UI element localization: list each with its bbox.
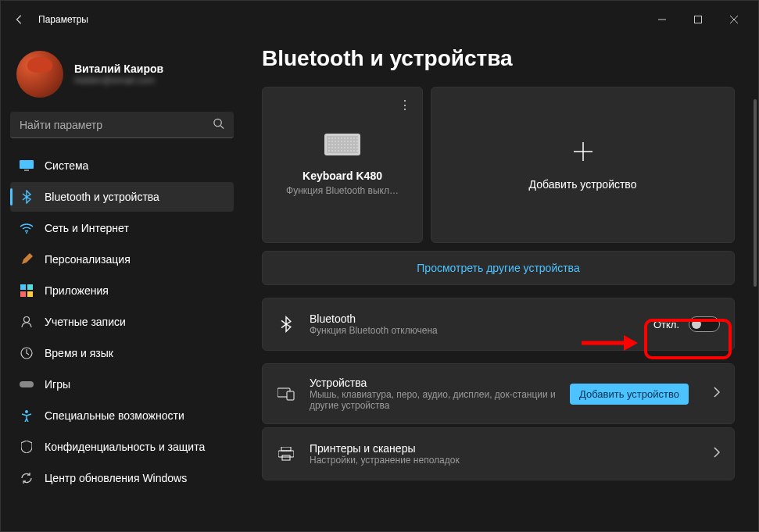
page-title: Bluetooth и устройства (262, 46, 735, 71)
nav-label: Центр обновления Windows (45, 472, 187, 484)
device-card-keyboard[interactable]: ⋮ Keyboard K480 Функция Bluetooth выкл… (262, 87, 423, 243)
bluetooth-icon (20, 190, 34, 204)
search-input[interactable] (10, 112, 234, 138)
gamepad-icon (20, 377, 34, 391)
nav-update[interactable]: Центр обновления Windows (10, 463, 234, 493)
svg-rect-16 (278, 451, 294, 457)
nav-gaming[interactable]: Игры (10, 370, 234, 399)
profile-block[interactable]: Виталий Каиров hidden@email.com (10, 45, 234, 112)
sidebar: Виталий Каиров hidden@email.com Система … (1, 38, 243, 531)
svg-point-9 (24, 317, 30, 323)
update-icon (20, 471, 34, 485)
wifi-icon (20, 221, 34, 235)
svg-rect-6 (27, 284, 33, 290)
chevron-right-icon (714, 387, 720, 401)
view-more-devices-link[interactable]: Просмотреть другие устройства (262, 251, 735, 285)
nav-personalization[interactable]: Персонализация (10, 245, 234, 274)
avatar (16, 51, 63, 98)
svg-rect-14 (287, 391, 294, 400)
svg-rect-7 (20, 291, 26, 297)
shield-icon (20, 440, 34, 454)
add-device-card[interactable]: Добавить устройство (431, 87, 735, 243)
row-title: Устройства (310, 377, 556, 389)
profile-name: Виталий Каиров (74, 62, 163, 75)
nav-label: Учетные записи (45, 316, 126, 328)
add-device-label: Добавить устройство (529, 178, 637, 191)
accessibility-icon (20, 409, 34, 423)
nav-label: Время и язык (45, 347, 113, 359)
arrow-left-icon (14, 14, 25, 25)
svg-rect-3 (24, 170, 29, 171)
back-button[interactable] (7, 7, 32, 32)
nav-label: Система (45, 159, 88, 172)
maximize-button[interactable] (680, 7, 716, 32)
nav-label: Сеть и Интернет (45, 222, 129, 234)
monitor-icon (20, 159, 34, 173)
device-card-subtitle: Функция Bluetooth выкл… (286, 185, 399, 196)
nav-system[interactable]: Система (10, 151, 234, 180)
close-icon (730, 16, 738, 23)
nav-privacy[interactable]: Конфиденциальность и защита (10, 432, 234, 462)
row-devices[interactable]: Устройства Мышь, клавиатура, перо, аудио… (262, 363, 735, 424)
nav-label: Специальные возможности (45, 409, 184, 422)
devices-icon (277, 387, 295, 401)
view-more-label: Просмотреть другие устройства (417, 262, 579, 274)
svg-point-1 (214, 119, 221, 126)
device-card-title: Keyboard K480 (303, 170, 382, 182)
nav-time[interactable]: Время и язык (10, 338, 234, 368)
window-title: Параметры (38, 14, 88, 25)
nav-accessibility[interactable]: Специальные возможности (10, 401, 234, 430)
nav-bluetooth[interactable]: Bluetooth и устройства (10, 182, 234, 212)
row-title: Bluetooth (310, 312, 639, 325)
scrollbar-thumb[interactable] (754, 99, 757, 287)
maximize-icon (694, 16, 702, 23)
titlebar: Параметры (1, 1, 758, 38)
row-bluetooth: Bluetooth Функция Bluetooth отключена От… (262, 298, 735, 351)
svg-rect-0 (695, 16, 702, 23)
plus-icon (571, 139, 596, 167)
nav-accounts[interactable]: Учетные записи (10, 307, 234, 337)
minimize-button[interactable] (644, 7, 680, 32)
nav: Система Bluetooth и устройства Сеть и Ин… (10, 151, 234, 493)
nav-network[interactable]: Сеть и Интернет (10, 213, 234, 243)
profile-email: hidden@email.com (74, 75, 163, 86)
row-title: Принтеры и сканеры (310, 442, 700, 455)
keyboard-icon (324, 134, 360, 155)
minimize-icon (658, 16, 666, 23)
add-device-button[interactable]: Добавить устройство (570, 384, 689, 405)
nav-label: Конфиденциальность и защита (45, 441, 205, 453)
svg-rect-8 (27, 291, 33, 297)
bluetooth-icon (277, 316, 295, 333)
printer-icon (277, 447, 295, 461)
clock-globe-icon (20, 346, 34, 360)
search-icon (213, 118, 224, 133)
scrollbar[interactable] (754, 45, 757, 531)
brush-icon (20, 252, 34, 266)
row-printers[interactable]: Принтеры и сканеры Настройки, устранение… (262, 427, 735, 480)
svg-rect-2 (20, 160, 34, 169)
svg-rect-15 (281, 447, 291, 451)
chevron-right-icon (714, 447, 720, 461)
search-box (10, 112, 234, 138)
bluetooth-toggle[interactable] (689, 316, 720, 332)
row-subtitle: Функция Bluetooth отключена (310, 325, 639, 336)
toggle-label: Откл. (653, 319, 679, 330)
apps-icon (20, 284, 34, 298)
device-card-more-button[interactable]: ⋮ (394, 94, 416, 116)
main-content: Bluetooth и устройства ⋮ Keyboard K480 Ф… (243, 38, 758, 531)
svg-point-4 (26, 232, 27, 234)
person-icon (20, 315, 34, 329)
nav-label: Bluetooth и устройства (45, 191, 159, 203)
svg-rect-17 (282, 455, 290, 460)
row-subtitle: Настройки, устранение неполадок (310, 455, 700, 466)
nav-label: Приложения (45, 284, 109, 297)
nav-label: Игры (45, 378, 70, 391)
svg-rect-5 (20, 284, 26, 290)
row-subtitle: Мышь, клавиатура, перо, аудио, дисплеи, … (310, 389, 556, 411)
svg-rect-11 (20, 381, 34, 387)
svg-point-12 (25, 410, 28, 413)
nav-label: Персонализация (45, 253, 131, 266)
nav-apps[interactable]: Приложения (10, 276, 234, 305)
close-button[interactable] (716, 7, 752, 32)
